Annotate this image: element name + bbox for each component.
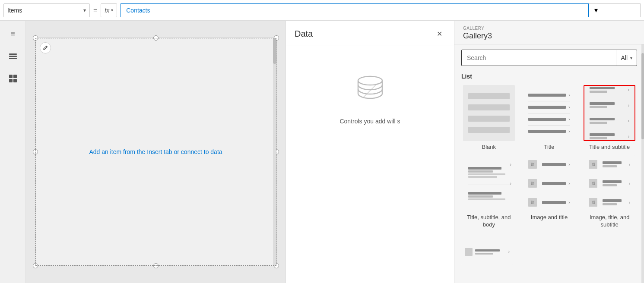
search-all-dropdown[interactable]: All ▾ <box>616 50 637 66</box>
gallery-item-image-title-subtitle-preview: 🖼 › 🖼 <box>584 155 635 211</box>
data-panel-close-button[interactable]: ✕ <box>433 28 445 40</box>
data-connect-text: Controls you add will s <box>339 117 400 126</box>
canvas-placeholder: Add an item from the Insert tab or conne… <box>89 148 222 155</box>
sidebar-grid-icon[interactable] <box>7 72 19 85</box>
contacts-arrow: ▾ <box>594 6 598 14</box>
gallery-section-label: GALLERY <box>463 26 635 31</box>
gallery-item-title-subtitle-body-preview: › › <box>463 155 515 211</box>
gallery-item-title-preview: › › › <box>523 85 575 141</box>
search-all-arrow: ▾ <box>630 56 632 60</box>
top-bar: Items ▾ = fx ▾ Contacts ▾ <box>0 0 644 21</box>
preview-image: 🖼 <box>589 160 597 169</box>
items-label: Items <box>7 7 80 14</box>
items-dropdown-arrow: ▾ <box>83 7 86 13</box>
svg-rect-3 <box>9 75 13 78</box>
gallery-item-blank-label: Blank <box>482 144 496 150</box>
left-sidebar: ≡ <box>0 21 26 283</box>
gallery-name: Gallery3 <box>463 31 635 41</box>
gallery-panel-header: GALLERY Gallery3 <box>454 21 644 44</box>
gallery-item-image-title[interactable]: 🖼 › 🖼 › 🖼 <box>522 155 577 229</box>
handle-top-right[interactable] <box>274 35 279 41</box>
gallery-item-blank[interactable]: Blank <box>461 85 517 150</box>
handle-bottom-right[interactable] <box>274 263 279 268</box>
equals-sign: = <box>93 6 97 14</box>
handle-top-left[interactable] <box>33 35 38 41</box>
data-panel-header: Data ✕ <box>286 21 454 45</box>
svg-rect-6 <box>13 79 17 82</box>
gallery-item-image-title-subtitle[interactable]: 🖼 › 🖼 <box>582 155 637 229</box>
search-all-label: All <box>621 54 628 61</box>
svg-rect-5 <box>9 79 13 82</box>
data-panel: Data ✕ Controls you add will s <box>286 21 454 283</box>
handle-bottom-left[interactable] <box>33 263 38 268</box>
svg-rect-0 <box>9 53 17 55</box>
canvas-area: Add an item from the Insert tab or conne… <box>26 21 286 283</box>
preview-image: 🖼 <box>528 179 537 188</box>
gallery-grid: Blank › › <box>461 85 637 229</box>
handle-top-center[interactable] <box>153 35 159 41</box>
gallery-item-blank-preview <box>463 85 515 141</box>
gallery-item-title[interactable]: › › › <box>522 85 577 150</box>
search-input[interactable] <box>462 51 616 65</box>
database-icon <box>351 71 390 110</box>
data-panel-title: Data <box>295 29 313 39</box>
gallery-scrollbar[interactable] <box>641 44 644 283</box>
gallery-scrollbar-thumb <box>641 53 644 139</box>
preview-image: 🖼 <box>589 198 597 207</box>
svg-rect-2 <box>9 58 17 59</box>
svg-point-7 <box>358 76 382 85</box>
sidebar-menu-icon[interactable]: ≡ <box>7 28 19 40</box>
svg-rect-1 <box>9 56 17 57</box>
edit-icon[interactable] <box>40 42 51 53</box>
svg-rect-4 <box>13 75 17 78</box>
formula-bar[interactable]: Contacts <box>121 3 589 17</box>
preview-image: 🖼 <box>528 198 537 207</box>
preview-image: 🖼 <box>589 179 597 188</box>
handle-middle-left[interactable] <box>33 149 38 154</box>
handle-bottom-center[interactable] <box>153 263 159 268</box>
canvas-frame[interactable]: Add an item from the Insert tab or conne… <box>35 38 277 266</box>
canvas-scrollbar[interactable] <box>273 38 276 266</box>
fx-arrow: ▾ <box>111 8 113 13</box>
main-layout: ≡ <box>0 21 644 283</box>
gallery-item-title-label: Title <box>544 144 554 150</box>
handle-middle-right[interactable] <box>274 149 279 154</box>
fx-label: fx <box>105 7 109 14</box>
contacts-dropdown[interactable]: ▾ <box>589 3 641 17</box>
preview-image: 🖼 <box>528 160 537 169</box>
list-section-label: List <box>461 73 637 80</box>
fx-button[interactable]: fx ▾ <box>101 3 117 17</box>
gallery-panel-body: All ▾ List Blank <box>454 44 644 283</box>
gallery-item-title-subtitle-body[interactable]: › › Title, subtitle, and body <box>461 155 517 229</box>
gallery-item-title-subtitle-label: Title and subtitle <box>589 144 630 150</box>
gallery-item-title-subtitle-body-label: Title, subtitle, and body <box>465 214 513 229</box>
gallery-panel: GALLERY Gallery3 ? All ▾ List <box>454 21 644 283</box>
gallery-item-title-subtitle[interactable]: › › <box>582 85 637 150</box>
gallery-item-image-title-subtitle-label: Image, title, and subtitle <box>586 214 633 229</box>
scrollbar-thumb <box>273 38 276 64</box>
data-connect-area: Controls you add will s <box>286 45 454 283</box>
formula-value: Contacts <box>126 7 150 14</box>
search-row: All ▾ <box>461 50 637 66</box>
sidebar-layers-icon[interactable] <box>7 50 19 62</box>
gallery-item-image-title-preview: 🖼 › 🖼 › 🖼 <box>523 155 575 211</box>
items-dropdown[interactable]: Items ▾ <box>3 3 90 17</box>
gallery-item-image-title-label: Image and title <box>531 214 568 220</box>
gallery-item-title-subtitle-preview: › › <box>584 85 635 141</box>
